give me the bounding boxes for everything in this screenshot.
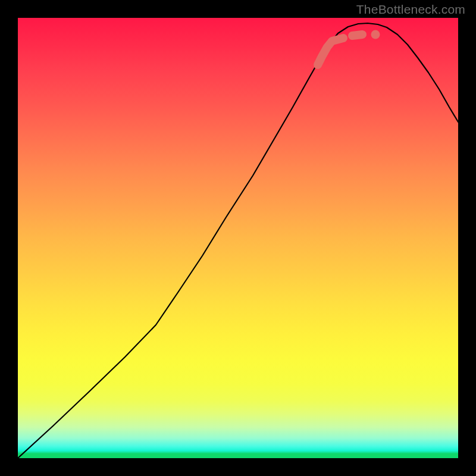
marker-corner-segment bbox=[318, 38, 343, 65]
marker-dot bbox=[371, 30, 380, 39]
chart-plot-area bbox=[18, 18, 458, 458]
marker-dash-segment bbox=[352, 35, 362, 36]
attribution-text: TheBottleneck.com bbox=[356, 2, 465, 17]
bottleneck-curve-line bbox=[18, 23, 458, 458]
chart-svg bbox=[18, 18, 458, 458]
